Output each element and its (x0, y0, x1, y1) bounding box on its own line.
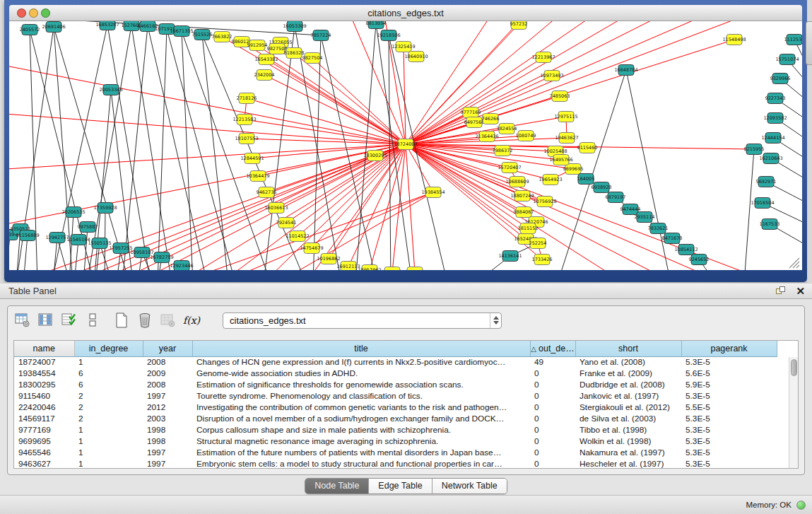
table-row[interactable]: 1456911722003Disruption of a novel membe… (14, 413, 777, 424)
table-row[interactable]: 1938455462009Genome-wide association stu… (14, 368, 777, 379)
network-node[interactable]: 12213967 (531, 52, 555, 63)
network-node[interactable]: 1080749 (516, 131, 536, 141)
table-cell-short[interactable]: Stergiakouli et al. (2012) (575, 402, 681, 413)
network-node[interactable]: 17359928 (93, 203, 117, 214)
network-node[interactable]: 7832621 (648, 223, 669, 234)
network-node[interactable]: 9115460 (577, 143, 598, 153)
network-node[interactable]: 16912113 (336, 262, 360, 271)
network-node[interactable]: 12942757 (45, 233, 69, 243)
table-cell-out_degree[interactable]: 0 (530, 447, 575, 458)
table-cell-pagerank[interactable]: 5.9E-5 (681, 379, 777, 390)
table-cell-year[interactable]: 2009 (143, 368, 192, 379)
table-cell-year[interactable]: 1998 (143, 424, 192, 436)
network-canvas[interactable]: 1872400718300295193845549777169649756874… (9, 21, 802, 270)
network-node[interactable]: 9329966 (770, 74, 791, 84)
close-window-button[interactable] (17, 8, 26, 18)
table-cell-out_degree[interactable]: 0 (530, 424, 575, 436)
network-edge[interactable] (87, 25, 131, 270)
network-edge[interactable] (406, 21, 565, 144)
table-cell-name[interactable]: 22420046 (14, 402, 74, 413)
network-node[interactable]: 8186328 (284, 48, 305, 59)
network-node[interactable]: 12093582 (763, 113, 787, 124)
table-row[interactable]: 946554611997Estimation of the future num… (14, 447, 777, 458)
network-node[interactable]: 2342004 (254, 70, 275, 81)
network-node[interactable]: 9777169 (461, 107, 481, 118)
table-cell-out_degree[interactable]: 0 (530, 390, 575, 402)
network-node[interactable]: 2718126 (237, 93, 257, 104)
table-cell-in_degree[interactable]: 6 (74, 379, 143, 390)
network-edge[interactable] (179, 144, 406, 270)
table-cell-short[interactable]: Nakamura et al. (1997) (575, 447, 681, 458)
table-cell-in_degree[interactable]: 2 (74, 413, 143, 424)
network-node[interactable]: 8813054 (366, 21, 387, 29)
table-cell-out_degree[interactable]: 0 (530, 368, 575, 379)
table-cell-year[interactable]: 2003 (143, 413, 192, 424)
network-node[interactable]: 20691406 (42, 22, 65, 33)
network-node[interactable]: 12975115 (554, 112, 577, 122)
column-header-in_degree[interactable]: in_degree (74, 341, 143, 356)
network-node[interactable]: 16853287 (95, 21, 119, 30)
network-edge[interactable] (182, 31, 193, 270)
network-node[interactable]: 6879197 (606, 192, 626, 203)
network-node[interactable]: 11548498 (722, 35, 746, 45)
network-node[interactable]: 1733426 (532, 255, 553, 265)
table-mode-button[interactable] (13, 311, 32, 329)
network-node[interactable]: 746266 (482, 114, 500, 124)
network-node[interactable]: 18957962 (358, 265, 381, 271)
network-node[interactable]: 16210643 (759, 153, 782, 164)
table-cell-pagerank[interactable]: 5.6E-5 (681, 368, 777, 379)
table-cell-title[interactable]: Embryonic stem cells: a model to study s… (192, 458, 530, 469)
network-node[interactable]: 18640910 (404, 52, 428, 62)
table-cell-short[interactable]: Jankovic et al. (1997) (575, 390, 681, 402)
table-cell-year[interactable]: 2012 (143, 402, 192, 413)
network-node[interactable]: 19218506 (377, 30, 400, 41)
network-node[interactable]: 7485063 (550, 91, 570, 102)
tab-network-table[interactable]: Network Table (433, 479, 507, 493)
network-edge[interactable] (406, 144, 772, 270)
window-titlebar[interactable]: citations_edges.txt (9, 5, 802, 21)
vertical-scrollbar[interactable] (789, 357, 798, 468)
column-header-year[interactable]: year (143, 341, 192, 356)
table-cell-in_degree[interactable]: 1 (74, 356, 143, 368)
column-header-out_degree[interactable]: △out_de… (530, 341, 575, 356)
table-cell-in_degree[interactable]: 1 (74, 424, 143, 436)
table-cell-title[interactable]: Changes of HCN gene expression and I(f) … (192, 356, 530, 368)
network-node[interactable]: 10688609 (505, 177, 529, 187)
table-cell-name[interactable]: 9777169 (14, 424, 74, 436)
network-node[interactable]: 5692971 (756, 177, 777, 187)
delete-column-button[interactable] (136, 311, 154, 329)
network-node[interactable]: 1815152 (518, 223, 539, 234)
table-cell-short[interactable]: Hescheler et al. (1997) (575, 458, 681, 469)
network-edge[interactable] (406, 21, 635, 144)
table-cell-short[interactable]: Dudbridge et al. (2008) (575, 379, 681, 390)
row-height-button[interactable] (83, 311, 102, 329)
close-panel-icon[interactable]: ✕ (796, 285, 805, 298)
table-selector-dropdown[interactable]: citations_edges.txt (223, 313, 502, 329)
table-cell-title[interactable]: Estimation of significance thresholds fo… (192, 379, 530, 390)
table-cell-in_degree[interactable]: 1 (74, 436, 143, 447)
table-cell-title[interactable]: Investigating the contribution of common… (192, 402, 530, 413)
table-cell-out_degree[interactable]: 49 (530, 356, 575, 368)
network-node[interactable]: 12923446 (170, 261, 193, 271)
table-cell-in_degree[interactable]: 1 (74, 447, 143, 458)
network-node[interactable]: 16053309 (283, 21, 306, 32)
network-node[interactable]: 11014522 (286, 231, 309, 242)
table-cell-short[interactable]: Yano et al. (2008) (575, 356, 681, 368)
table-cell-title[interactable]: Estimation of the future numbers of pati… (192, 447, 530, 458)
table-cell-year[interactable]: 1997 (143, 458, 192, 469)
network-view-window[interactable]: citations_edges.txt 18724007183002951938… (4, 0, 807, 282)
network-edge[interactable] (182, 31, 271, 270)
network-node[interactable]: 9975887 (78, 222, 98, 233)
network-node[interactable]: 16648784 (614, 65, 637, 76)
column-visibility-button[interactable] (60, 311, 78, 329)
network-node[interactable]: 1112534 (784, 35, 802, 45)
table-row[interactable]: 969969511998Structural magnetic resonanc… (14, 436, 777, 447)
network-edge[interactable] (404, 47, 406, 144)
minimize-window-button[interactable] (29, 8, 38, 18)
scrollbar-thumb[interactable] (791, 359, 797, 376)
network-node[interactable]: 1167533 (760, 219, 780, 230)
table-row[interactable]: 977716911998Corpus callosum shape and si… (14, 424, 777, 436)
table-row[interactable]: 911546021997Tourette syndrome. Phenomeno… (14, 390, 777, 402)
network-node[interactable]: 12844591 (240, 153, 264, 164)
network-node[interactable]: 9600548 (382, 267, 403, 271)
